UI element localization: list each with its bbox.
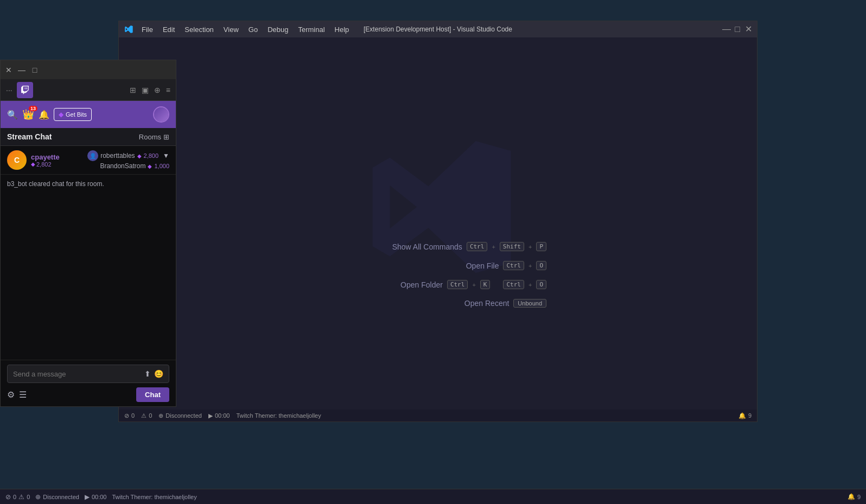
twitch-titlebar: ✕ — □ [1,60,176,79]
open-folder-label: Open Folder [356,280,443,289]
plus-5: + [528,282,532,288]
system-message: b3_bot cleared chat for this room. [7,179,169,189]
get-bits-button[interactable]: ◆ Get Bits [54,108,92,121]
taskbar-time: ▶ 00:00 [85,493,107,501]
rooms-button[interactable]: Rooms ⊞ [139,133,169,141]
notification-count: 9 [748,412,752,419]
sidebar-icon[interactable]: ▣ [142,86,149,94]
hamburger-icon[interactable]: ≡ [166,86,170,94]
plus-4: + [472,282,475,288]
plus-3: + [528,263,532,269]
close-button[interactable]: ✕ [745,26,752,33]
welcome-shortcuts: Show All Commands Ctrl + Shift + P Open … [329,242,546,308]
bell-icon: 🔔 [738,412,746,419]
shortcut-row-open-folder: Open Folder Ctrl + K Ctrl + O [329,280,546,289]
taskbar-connection: ⊕ Disconnected [35,493,79,501]
vscode-window: File Edit Selection View Go Debug Termin… [118,21,757,422]
taskbar-warning-icon: ⚠ [18,493,24,501]
taskbar-notifications: 🔔 9 [848,493,861,500]
unbound-badge: Unbound [513,299,546,308]
menu-view[interactable]: View [219,24,243,35]
plus-1: + [492,244,495,250]
bits-gem-icon: ◆ [59,111,63,118]
error-icon: ⊘ [124,412,129,419]
taskbar-play-icon: ▶ [85,493,90,501]
menu-selection[interactable]: Selection [180,24,218,35]
status-errors: ⊘ 0 [124,412,135,419]
taskbar-theme-name: Twitch Themer: themichaeljolley [112,494,196,500]
bell-notification-icon[interactable]: 🔔 [39,110,49,120]
vscode-titlebar: File Edit Selection View Go Debug Termin… [119,21,757,37]
kbd-ctrl-1: Ctrl [467,242,488,251]
connection-status: Disconnected [165,412,202,419]
chat-action-icons: ⚙ ☰ [7,390,27,400]
list-icon[interactable]: ☰ [19,390,27,400]
menu-go[interactable]: Go [244,24,262,35]
diamond-icon-3: ◆ [148,163,152,169]
error-count: 0 [131,412,135,419]
kbd-shift: Shift [500,242,524,251]
time-value: 00:00 [215,412,230,419]
chat-messages-area: b3_bot cleared chat for this room. [1,175,176,360]
vscode-main-content: Show All Commands Ctrl + Shift + P Open … [119,37,757,410]
play-icon: ▶ [208,412,213,419]
chat-emoji-icon[interactable]: 😊 [154,369,163,378]
menu-file[interactable]: File [137,24,157,35]
taskbar-error-count: 0 [13,494,16,500]
taskbar-errors: ⊘ 0 ⚠ 0 [5,493,30,501]
plus-2: + [528,244,532,250]
taskbar-theme: Twitch Themer: themichaeljolley [112,494,196,500]
viewer-item-1: 👤 roberttables ◆ 2,800 ▼ [87,150,169,161]
taskbar-wifi-icon: ⊕ [35,493,41,501]
chat-send-button[interactable]: Chat [136,387,169,402]
warning-icon: ⚠ [141,412,147,419]
chat-expand-icon[interactable]: ⬆ [144,369,151,378]
titlebar-left: File Edit Selection View Go Debug Termin… [124,24,353,35]
settings-icon[interactable]: ⚙ [7,390,15,400]
kbd-ctrl-2: Ctrl [503,261,524,270]
library-icon[interactable]: ⊞ [130,86,136,94]
avatar-image [154,107,168,122]
streamer-avatar: C [7,150,27,170]
twitch-panel: ✕ — □ ··· ⊞ ▣ ⊕ ≡ 🔍 👑 13 🔔 ◆ Get Bits [0,60,176,407]
crown-badge: 13 [29,106,37,111]
expand-icon[interactable]: ▼ [163,152,169,160]
viewer-item-2: BrandonSatrom ◆ 1,000 [100,162,169,170]
crown-container: 👑 13 [22,109,34,120]
menu-edit[interactable]: Edit [158,24,179,35]
twitch-min-btn[interactable]: — [18,66,26,74]
chat-input-field[interactable] [13,370,144,378]
twitch-logo-icon [17,82,33,98]
shortcut-row-open-recent: Open Recent Unbound [329,299,546,308]
user-avatar[interactable] [153,106,169,123]
twitch-chat-header: 🔍 👑 13 🔔 ◆ Get Bits [1,101,176,128]
window-controls: — □ ✕ [723,26,752,33]
status-connection: ⊕ Disconnected [158,412,202,419]
vscode-logo-icon [124,25,133,34]
status-time: ▶ 00:00 [208,412,230,419]
kbd-o-2: O [536,280,546,289]
window-title: [Extension Development Host] - Visual St… [364,25,512,33]
search-icon[interactable]: 🔍 [7,110,18,120]
taskbar: ⊘ 0 ⚠ 0 ⊕ Disconnected ▶ 00:00 Twitch Th… [0,489,866,504]
streamer-name: cpayette [31,153,60,161]
kbd-p: P [536,242,546,251]
extensions-icon[interactable]: ⊕ [154,86,161,94]
status-notifications: 🔔 9 [738,412,752,419]
rooms-icon: ⊞ [163,133,169,141]
twitch-close-btn[interactable]: ✕ [5,66,12,74]
minimize-button[interactable]: — [723,26,730,33]
menu-terminal[interactable]: Terminal [294,24,329,35]
rooms-label: Rooms [139,133,161,141]
menu-debug[interactable]: Debug [263,24,292,35]
taskbar-warning-count: 0 [27,494,30,500]
twitch-max-btn[interactable]: □ [31,66,39,74]
maximize-button[interactable]: □ [734,26,741,33]
menu-help[interactable]: Help [330,24,354,35]
browser-dots-icon[interactable]: ··· [6,86,12,94]
kbd-k: K [480,280,491,289]
viewer-bits-1: 2,800 [144,152,159,159]
browser-icons: ⊞ ▣ ⊕ ≡ [130,86,170,94]
open-recent-label: Open Recent [422,299,509,308]
diamond-icon-2: ◆ [137,153,142,159]
